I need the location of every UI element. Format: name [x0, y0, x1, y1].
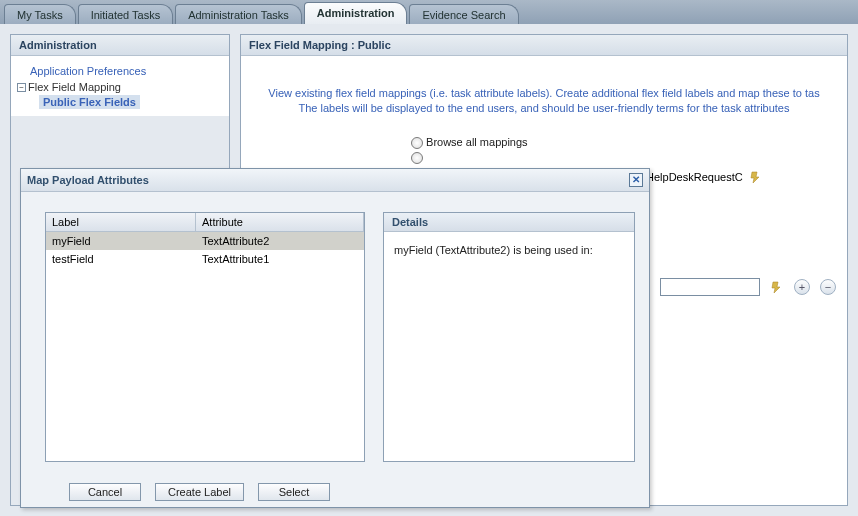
- flashlight-icon[interactable]: [749, 170, 763, 184]
- tree-collapse-icon[interactable]: −: [17, 83, 26, 92]
- modal-map-payload-attributes: Map Payload Attributes ✕ Label Attribute…: [20, 168, 650, 508]
- link-public-flex-fields[interactable]: Public Flex Fields: [39, 95, 140, 109]
- details-body-text: myField (TextAttribute2) is being used i…: [384, 232, 634, 268]
- grid-header: Label Attribute: [46, 213, 364, 232]
- details-panel: Details myField (TextAttribute2) is bein…: [383, 212, 635, 462]
- details-title: Details: [384, 213, 634, 232]
- flashlight-icon-2[interactable]: [770, 280, 784, 294]
- remove-round-button[interactable]: −: [820, 279, 836, 295]
- right-panel-title: Flex Field Mapping : Public: [241, 35, 847, 56]
- desc-line-1: View existing flex field mappings (i.e. …: [259, 86, 829, 101]
- col-header-label[interactable]: Label: [46, 213, 196, 231]
- radio-option-2[interactable]: [411, 152, 423, 164]
- tab-administration[interactable]: Administration: [304, 2, 408, 24]
- select-button[interactable]: Select: [258, 483, 330, 501]
- bg-input-row: + −: [660, 278, 836, 296]
- table-row[interactable]: myField TextAttribute2: [46, 232, 364, 250]
- create-label-button[interactable]: Create Label: [155, 483, 244, 501]
- radio-browse-all-label: Browse all mappings: [426, 136, 528, 148]
- modal-titlebar: Map Payload Attributes ✕: [21, 169, 649, 192]
- link-application-preferences[interactable]: Application Preferences: [30, 63, 146, 79]
- left-panel-title: Administration: [11, 35, 229, 56]
- add-round-button[interactable]: +: [794, 279, 810, 295]
- mapping-grid: Label Attribute myField TextAttribute2 t…: [45, 212, 365, 462]
- bg-text-input[interactable]: [660, 278, 760, 296]
- tab-my-tasks[interactable]: My Tasks: [4, 4, 76, 24]
- radio-row: Browse all mappings: [241, 136, 847, 149]
- cell-attr: TextAttribute2: [196, 232, 364, 250]
- radio-row-2: [241, 151, 847, 164]
- right-panel-description: View existing flex field mappings (i.e. …: [241, 56, 847, 126]
- modal-buttons: Cancel Create Label Select: [69, 483, 330, 501]
- left-panel-body: Application Preferences − Flex Field Map…: [11, 56, 229, 116]
- tab-evidence-search[interactable]: Evidence Search: [409, 4, 518, 24]
- modal-body: Label Attribute myField TextAttribute2 t…: [21, 192, 649, 472]
- table-row[interactable]: testField TextAttribute1: [46, 250, 364, 268]
- tab-administration-tasks[interactable]: Administration Tasks: [175, 4, 302, 24]
- tree-label-flex-mapping: Flex Field Mapping: [28, 81, 121, 93]
- radio-browse-all[interactable]: [411, 137, 423, 149]
- close-icon[interactable]: ✕: [629, 173, 643, 187]
- top-tabs: My Tasks Initiated Tasks Administration …: [0, 0, 858, 24]
- desc-line-2: The labels will be displayed to the end …: [259, 101, 829, 116]
- col-header-attribute[interactable]: Attribute: [196, 213, 364, 231]
- modal-title-text: Map Payload Attributes: [27, 174, 149, 186]
- cell-attr: TextAttribute1: [196, 250, 364, 268]
- cancel-button[interactable]: Cancel: [69, 483, 141, 501]
- cell-label: myField: [46, 232, 196, 250]
- cell-label: testField: [46, 250, 196, 268]
- tab-initiated-tasks[interactable]: Initiated Tasks: [78, 4, 174, 24]
